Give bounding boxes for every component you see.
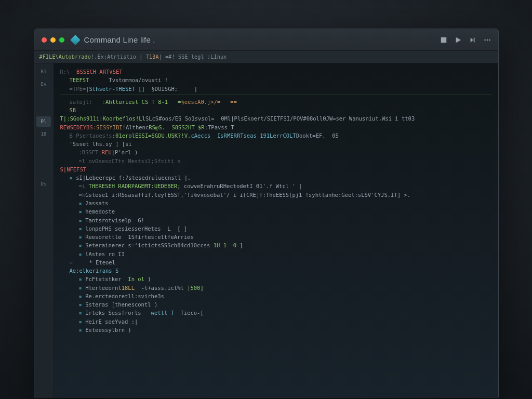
svg-rect-3 xyxy=(473,37,474,42)
infobar-mid: !,Ex:Atrtistio | T xyxy=(91,54,149,60)
workarea: R1EvPl18Ds R:\ BSSECH ARTVSETTEEFST Tvst… xyxy=(34,63,498,397)
terminal-line: Seterainerec s='ictictsSSSch84cd10ccss 1… xyxy=(60,241,492,249)
terminal-line: :BSSFT:REU|P'orl ) xyxy=(60,148,492,156)
terminal-line: =l ovOsesoCTts Mestsil;Sfciti s xyxy=(60,157,492,165)
terminal-line: satejl: :Ahlturiest CS T 8-1 =§eescA0.j>… xyxy=(60,98,492,106)
terminal-line: B Psertaoes!s:01erolESSI=SGDU.USK?!V.cAe… xyxy=(60,131,492,140)
terminal-line: Re.erctedoretll:svirhe3s xyxy=(60,292,492,300)
terminal-line: 2assats xyxy=(60,199,492,207)
terminal-line: HeirE soeYvad :| xyxy=(60,317,492,326)
gutter-item[interactable] xyxy=(36,91,51,102)
terminal-line: Ssteras [thenescontl ) xyxy=(60,300,492,309)
terminal-line: =TPE=|Sthsetr-THESET [] §DUISGH; | xyxy=(60,85,492,93)
infobar-prefix: #FILE\Autobrrado xyxy=(39,54,91,60)
terminal-window: Command Line life . #FILE\Autobrrado !,E… xyxy=(34,29,499,397)
terminal-line: S8 xyxy=(60,106,492,114)
svg-marker-1 xyxy=(456,37,461,43)
window-controls xyxy=(42,37,64,43)
terminal-line: S|NFEFST xyxy=(60,165,492,174)
gutter-item[interactable]: Ds xyxy=(36,179,51,189)
terminal-line: T|:SGohs911i:Koorbeflos!LlSLcS#oos/ES So… xyxy=(60,114,492,123)
minimize-icon[interactable] xyxy=(50,37,56,43)
gutter-item[interactable] xyxy=(36,166,51,177)
terminal-line: = * Eteoel xyxy=(60,258,492,267)
gutter-item[interactable] xyxy=(36,154,51,164)
terminal-line: TEEFST Tvstommoa/ovuati ! xyxy=(60,76,492,84)
app-icon xyxy=(70,35,81,45)
terminal-line: Irteks Sessfrorls wetll T Tieco-[ xyxy=(60,309,492,317)
terminal-line: sI|Lebeerepc f:?stesedruluecnstl |, xyxy=(60,174,492,182)
svg-point-6 xyxy=(489,39,490,41)
terminal-line: lAstes ro II xyxy=(60,250,492,258)
play-button[interactable] xyxy=(455,36,462,44)
gutter-item[interactable]: Pl xyxy=(36,116,51,127)
infobar-tail: | =#! SSE legl ;LInux xyxy=(159,54,227,60)
terminal-line: FcFtatstker In ol ) xyxy=(60,275,492,283)
step-button[interactable] xyxy=(469,36,476,44)
terminal-line xyxy=(60,95,492,95)
infobar-num: 13A xyxy=(149,54,159,60)
terminal-line: Reesorettle 1Sfirtes:eltfeArries xyxy=(60,233,492,241)
svg-point-5 xyxy=(486,39,488,41)
terminal-line: lonpePHS sesiesserHetes L [ ] xyxy=(60,224,492,233)
gutter-item[interactable]: R1 xyxy=(36,66,51,77)
gutter-item[interactable] xyxy=(36,104,51,114)
titlebar: Command Line life . xyxy=(34,29,498,51)
svg-rect-0 xyxy=(441,37,446,43)
terminal-line: Tantsrotviselp G! xyxy=(60,216,492,224)
terminal-line: R:\ BSSECH ARTVSET xyxy=(60,68,492,76)
terminal-line: Hterteeornl18LL -t+asss.ict%l |500] xyxy=(60,284,492,292)
gutter-item[interactable]: Ev xyxy=(36,79,51,89)
svg-marker-2 xyxy=(470,37,473,42)
more-button[interactable] xyxy=(484,36,491,44)
terminal-line: =kGstese1 i:RSsasaffif.leyTESST,'Ti%vvos… xyxy=(60,191,492,199)
gutter-item[interactable]: 18 xyxy=(36,129,51,139)
close-icon[interactable] xyxy=(42,37,47,43)
gutter: R1EvPl18Ds xyxy=(34,63,54,397)
terminal-line: 'Ssset lhs.sy ] [si xyxy=(60,140,492,148)
maximize-icon[interactable] xyxy=(59,37,64,43)
svg-point-4 xyxy=(484,39,486,41)
terminal-line: hemedoste xyxy=(60,207,492,216)
stop-button[interactable] xyxy=(440,36,447,44)
terminal-line: REWSEDEYBS:SESSYIBI!AlthencRS@S. S8SS2HT… xyxy=(60,123,492,131)
window-title: Command Line life . xyxy=(84,35,155,44)
terminal-line: =i THERESEH RADRPAGEMT:UEDEBER; cowveEra… xyxy=(60,182,492,190)
terminal-output[interactable]: R:\ BSSECH ARTVSETTEEFST Tvstommoa/ovuat… xyxy=(54,63,498,397)
terminal-line: Ae;elkerirans S xyxy=(60,267,492,275)
infobar: #FILE\Autobrrado !,Ex:Atrtistio | T 13A … xyxy=(34,51,498,63)
gutter-item[interactable] xyxy=(36,141,51,152)
terminal-line: Esteessylbrn ) xyxy=(60,326,492,334)
titlebar-actions xyxy=(440,36,491,44)
